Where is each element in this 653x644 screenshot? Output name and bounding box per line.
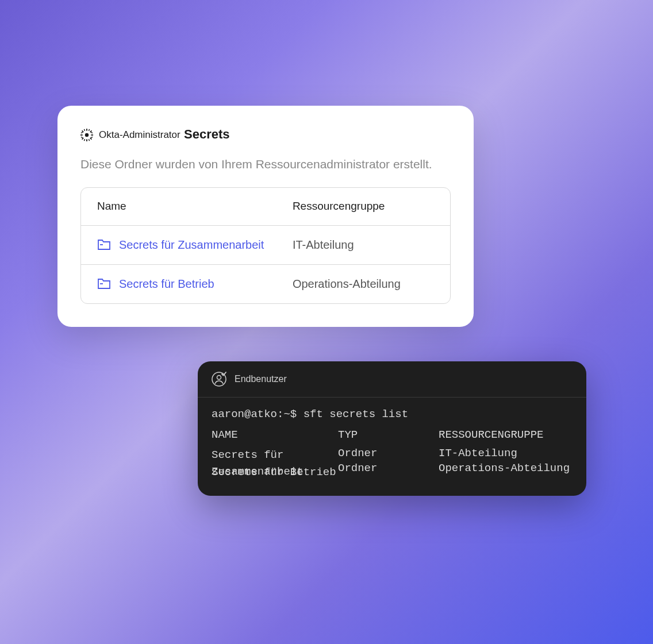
svg-rect-17 xyxy=(100,244,103,245)
svg-rect-13 xyxy=(89,129,90,132)
svg-rect-11 xyxy=(81,132,83,134)
output-row: Secrets für Zusammenarbeit Secrets für B… xyxy=(212,447,573,480)
svg-rect-9 xyxy=(84,129,86,132)
resource-group-value: Operations-Abteilung xyxy=(293,277,401,290)
terminal-panel: Endbenutzer aaron@atko:~$ sft secrets li… xyxy=(198,361,586,496)
svg-point-0 xyxy=(85,133,89,137)
output-group: Operations-Abteilung xyxy=(439,462,573,475)
table-header: Name Ressourcengruppe xyxy=(81,188,450,226)
output-header: NAME TYP RESSOURCENGRUPPE xyxy=(212,429,573,441)
admin-title-wrap: Okta-Administrator Secrets xyxy=(99,129,451,141)
svg-point-20 xyxy=(217,376,221,380)
admin-panel: Okta-Administrator Secrets Diese Ordner … xyxy=(57,106,474,327)
resource-group-value: IT-Abteilung xyxy=(293,238,354,251)
table-row[interactable]: Secrets für Betrieb Operations-Abteilung xyxy=(81,265,450,303)
svg-rect-18 xyxy=(100,283,103,284)
output-header-type: TYP xyxy=(338,429,439,441)
brand-label: Okta-Administrator xyxy=(99,129,180,140)
svg-rect-4 xyxy=(91,134,93,136)
output-type: Ordner xyxy=(338,462,439,475)
svg-rect-12 xyxy=(91,137,93,138)
svg-rect-15 xyxy=(81,137,83,138)
folder-icon xyxy=(97,239,111,250)
terminal-title: Endbenutzer xyxy=(235,373,281,384)
svg-rect-16 xyxy=(91,132,93,134)
output-group: IT-Abteilung xyxy=(439,447,573,460)
folder-icon xyxy=(97,278,111,290)
table-row[interactable]: Secrets für Zusammenarbeit IT-Abteilung xyxy=(81,226,450,265)
folder-link[interactable]: Secrets für Zusammenarbeit xyxy=(119,238,264,252)
svg-rect-10 xyxy=(89,139,90,141)
svg-rect-14 xyxy=(84,139,86,141)
page-description: Diese Ordner wurden von Ihrem Ressourcen… xyxy=(80,157,451,171)
folder-link[interactable]: Secrets für Betrieb xyxy=(119,277,214,291)
terminal-prompt: aaron@atko:~$ sft secrets list xyxy=(212,408,573,421)
terminal-output: NAME TYP RESSOURCENGRUPPE Secrets für Zu… xyxy=(212,429,573,480)
user-check-icon xyxy=(212,372,226,387)
column-header-name: Name xyxy=(97,199,126,214)
terminal-body[interactable]: aaron@atko:~$ sft secrets list NAME TYP … xyxy=(198,398,586,496)
svg-rect-1 xyxy=(86,129,87,131)
secrets-table: Name Ressourcengruppe Secrets für Zusamm… xyxy=(80,187,451,304)
okta-logo-icon xyxy=(80,129,93,141)
output-name: Secrets für Betrieb xyxy=(212,464,336,481)
svg-rect-3 xyxy=(80,134,83,136)
output-header-name: NAME xyxy=(212,429,338,441)
output-type: Ordner xyxy=(338,447,439,460)
page-title: Secrets xyxy=(184,127,230,142)
admin-header: Okta-Administrator Secrets xyxy=(80,129,451,141)
svg-rect-2 xyxy=(86,139,87,141)
column-header-group: Ressourcengruppe xyxy=(293,199,379,214)
terminal-header: Endbenutzer xyxy=(198,361,586,398)
output-header-group: RESSOURCENGRUPPE xyxy=(439,429,573,441)
